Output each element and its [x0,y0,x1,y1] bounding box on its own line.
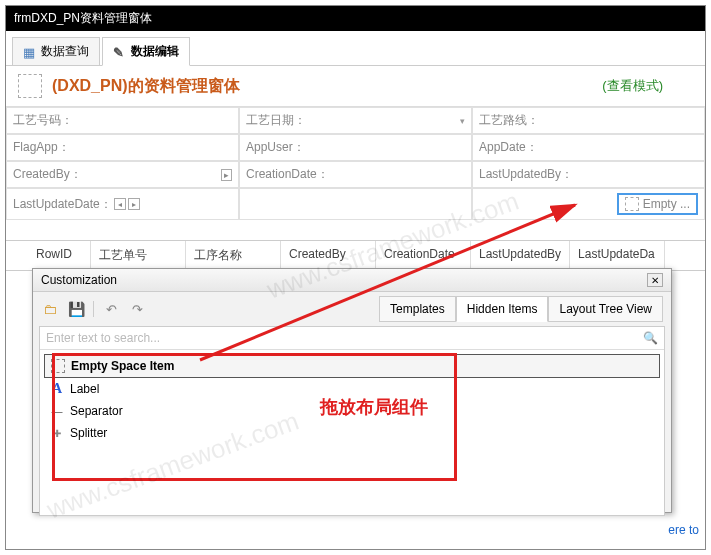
item-separator-label: Separator [70,404,123,418]
item-label-label: Label [70,382,99,396]
undo-icon[interactable]: ↶ [102,300,120,318]
field-app-date[interactable]: AppDate： [472,134,705,161]
item-separator[interactable]: Separator [44,400,660,422]
field-empty-1 [239,188,472,220]
field-last-updated-by[interactable]: LastUpdatedBy： [472,161,705,188]
search-input[interactable]: Enter text to search... 🔍 [40,327,664,350]
splitter-icon [50,426,64,440]
expand-icon[interactable]: ▸ [221,169,232,181]
item-empty-label: Empty Space Item [71,359,174,373]
field-last-update-date[interactable]: LastUpdateDate： ◂ ▸ [6,188,239,220]
tab-edit-label: 数据编辑 [131,43,179,60]
tab-templates[interactable]: Templates [379,296,456,322]
nav-next-button[interactable]: ▸ [128,198,140,210]
field-process-no[interactable]: 工艺号码： [6,107,239,134]
col-last-updated-by[interactable]: LastUpdatedBy [471,241,570,270]
field-creation-date[interactable]: CreationDate： [239,161,472,188]
view-mode-label: (查看模式) [602,77,663,95]
open-icon[interactable]: 🗀 [41,300,59,318]
col-last-update-date[interactable]: LastUpdateDa [570,241,665,270]
grid-header-row: RowID 工艺单号 工序名称 CreatedBy CreationDate L… [6,240,705,271]
nav-prev-button[interactable]: ◂ [114,198,126,210]
toolbar-separator [93,301,94,317]
empty-space-icon [51,359,65,373]
empty-space-icon [625,197,639,211]
redo-icon[interactable]: ↷ [128,300,146,318]
edit-icon [113,45,127,59]
window-titlebar: frmDXD_PN资料管理窗体 [6,6,705,31]
col-created-by[interactable]: CreatedBy [281,241,376,270]
customization-body: Enter text to search... 🔍 Empty Space It… [39,326,665,516]
form-title: (DXD_PN)的资料管理窗体 [52,76,602,97]
data-grid: RowID 工艺单号 工序名称 CreatedBy CreationDate L… [6,240,705,271]
label-icon: A [50,382,64,396]
customization-titlebar[interactable]: Customization ✕ [33,269,671,292]
field-empty-slot-cell: Empty ... [472,188,705,220]
tab-layout-tree[interactable]: Layout Tree View [548,296,663,322]
col-creation-date[interactable]: CreationDate [376,241,471,270]
hidden-items-list: Empty Space Item A Label Separator Split… [40,350,664,448]
item-empty-space[interactable]: Empty Space Item [44,354,660,378]
col-process-name[interactable]: 工序名称 [186,241,281,270]
customization-tabstrip: Templates Hidden Items Layout Tree View [379,296,663,322]
field-flag-app[interactable]: FlagApp： [6,134,239,161]
grid-icon [23,45,37,59]
form-icon-placeholder [18,74,42,98]
customization-toolbar: 🗀 💾 ↶ ↷ Templates Hidden Items Layout Tr… [33,292,671,326]
tab-query[interactable]: 数据查询 [12,37,100,65]
item-splitter-label: Splitter [70,426,107,440]
col-process-no[interactable]: 工艺单号 [91,241,186,270]
field-process-route[interactable]: 工艺路线： [472,107,705,134]
window-title: frmDXD_PN资料管理窗体 [14,11,152,25]
tab-hidden-items[interactable]: Hidden Items [456,296,549,322]
customization-title-label: Customization [41,273,117,287]
empty-drop-target[interactable]: Empty ... [617,193,698,215]
main-tabstrip: 数据查询 数据编辑 [6,31,705,66]
dropdown-icon[interactable]: ▾ [460,116,465,126]
empty-slot-label: Empty ... [643,197,690,211]
search-placeholder: Enter text to search... [46,331,160,345]
separator-icon [50,404,64,418]
form-grid: 工艺号码： 工艺日期：▾ 工艺路线： FlagApp： AppUser： App… [6,107,705,220]
tab-query-label: 数据查询 [41,43,89,60]
col-rowid[interactable]: RowID [6,241,91,270]
close-button[interactable]: ✕ [647,273,663,287]
customization-panel: Customization ✕ 🗀 💾 ↶ ↷ Templates Hidden… [32,268,672,513]
field-app-user[interactable]: AppUser： [239,134,472,161]
field-process-date[interactable]: 工艺日期：▾ [239,107,472,134]
field-created-by[interactable]: CreatedBy：▸ [6,161,239,188]
form-header: (DXD_PN)的资料管理窗体 (查看模式) [6,66,705,107]
item-label[interactable]: A Label [44,378,660,400]
search-icon[interactable]: 🔍 [643,331,658,345]
item-splitter[interactable]: Splitter [44,422,660,444]
save-icon[interactable]: 💾 [67,300,85,318]
tab-edit[interactable]: 数据编辑 [102,37,190,66]
footer-link[interactable]: ere to [668,523,699,537]
